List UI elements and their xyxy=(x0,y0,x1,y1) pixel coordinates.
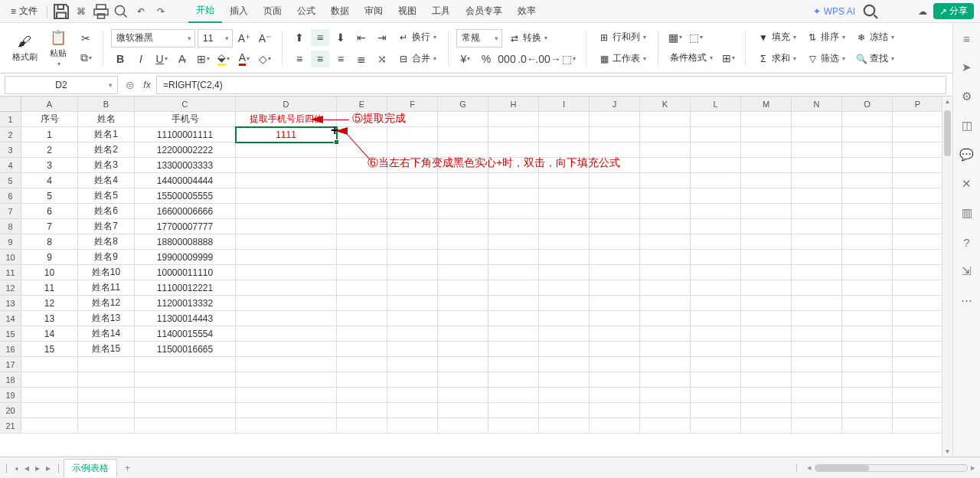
cell-A3[interactable]: 2 xyxy=(21,142,78,158)
cell-empty[interactable] xyxy=(438,342,488,357)
cell-empty[interactable] xyxy=(488,250,539,265)
cell-empty[interactable] xyxy=(438,112,488,127)
table-style-button[interactable]: ▦▾ xyxy=(666,29,684,46)
cell-empty[interactable] xyxy=(691,127,741,142)
cell-empty[interactable] xyxy=(792,403,842,418)
cell-empty[interactable] xyxy=(539,296,590,311)
cell-empty[interactable] xyxy=(590,142,640,158)
cell-B2[interactable]: 姓名1 xyxy=(78,127,135,142)
decrease-font-button[interactable]: A⁻ xyxy=(256,30,274,47)
strikethrough-button[interactable]: A̶ xyxy=(173,51,191,67)
cell-empty[interactable] xyxy=(792,280,842,296)
cell-D15[interactable] xyxy=(236,326,337,342)
select-all-corner[interactable] xyxy=(0,97,21,112)
cell-empty[interactable] xyxy=(893,311,943,326)
preview-icon[interactable] xyxy=(112,2,130,21)
cell-empty[interactable] xyxy=(590,311,640,326)
freeze-button[interactable]: ❄冻结▾ xyxy=(851,28,898,47)
row-header-4[interactable]: 4 xyxy=(0,158,21,173)
cell-empty[interactable] xyxy=(590,342,640,357)
bold-button[interactable]: B xyxy=(111,51,129,67)
col-header-N[interactable]: N xyxy=(792,97,842,112)
cell-empty[interactable] xyxy=(691,311,741,326)
cell-empty[interactable] xyxy=(741,388,792,403)
cell-empty[interactable] xyxy=(488,357,539,372)
menu-tab-5[interactable]: 审阅 xyxy=(357,0,390,23)
cell-empty[interactable] xyxy=(893,173,943,188)
add-sheet-button[interactable]: + xyxy=(120,463,135,473)
cell-empty[interactable] xyxy=(387,296,438,311)
cell-D13[interactable] xyxy=(236,296,337,311)
col-header-D[interactable]: D xyxy=(236,97,337,112)
cell-empty[interactable] xyxy=(539,219,590,234)
cell-empty[interactable] xyxy=(741,219,792,234)
cell-D4[interactable] xyxy=(236,158,337,173)
cell-empty[interactable] xyxy=(590,403,640,418)
cell-empty[interactable] xyxy=(539,342,590,357)
cell-empty[interactable] xyxy=(640,311,691,326)
font-color-button[interactable]: A▾ xyxy=(235,51,253,67)
cell-empty[interactable] xyxy=(337,403,387,418)
cell-empty[interactable] xyxy=(337,265,387,280)
cell-empty[interactable] xyxy=(792,418,842,434)
cell-empty[interactable] xyxy=(691,112,741,127)
cell-empty[interactable] xyxy=(640,188,691,204)
cell-empty[interactable] xyxy=(236,403,337,418)
cell-empty[interactable] xyxy=(842,403,893,418)
row-header-15[interactable]: 15 xyxy=(0,326,21,342)
cell-A12[interactable]: 11 xyxy=(21,280,78,296)
cell-empty[interactable] xyxy=(741,311,792,326)
cell-empty[interactable] xyxy=(741,280,792,296)
cell-empty[interactable] xyxy=(337,311,387,326)
cell-empty[interactable] xyxy=(21,403,78,418)
cell-empty[interactable] xyxy=(893,250,943,265)
cell-empty[interactable] xyxy=(640,265,691,280)
cell-empty[interactable] xyxy=(438,280,488,296)
underline-button[interactable]: U▾ xyxy=(152,51,171,67)
cell-B8[interactable]: 姓名7 xyxy=(78,219,135,234)
row-header-10[interactable]: 10 xyxy=(0,250,21,265)
vertical-scrollbar[interactable]: ▲ ▼ xyxy=(942,97,952,457)
cell-empty[interactable] xyxy=(539,250,590,265)
cell-empty[interactable] xyxy=(78,357,135,372)
cell-empty[interactable] xyxy=(488,372,539,388)
cell-empty[interactable] xyxy=(792,388,842,403)
cell-empty[interactable] xyxy=(590,234,640,250)
indent-increase-button[interactable]: ⇥ xyxy=(373,29,391,46)
menu-tab-2[interactable]: 页面 xyxy=(256,0,289,23)
cell-empty[interactable] xyxy=(438,204,488,219)
cell-empty[interactable] xyxy=(640,418,691,434)
type-convert-button[interactable]: ⬚▾ xyxy=(560,51,578,67)
help-icon[interactable]: ? xyxy=(959,234,975,250)
comma-button[interactable]: 000 xyxy=(498,51,516,67)
cell-D2-selected[interactable]: 1111 xyxy=(236,127,337,142)
cell-empty[interactable] xyxy=(488,265,539,280)
cell-empty[interactable] xyxy=(387,403,438,418)
cell-empty[interactable] xyxy=(488,204,539,219)
clear-format-button[interactable]: ◇▾ xyxy=(256,51,274,67)
cell-empty[interactable] xyxy=(691,296,741,311)
cell-empty[interactable] xyxy=(640,280,691,296)
cell-empty[interactable] xyxy=(488,142,539,158)
italic-button[interactable]: I xyxy=(132,51,150,67)
font-family-select[interactable]: 微软雅黑 xyxy=(111,29,195,47)
cell-C12[interactable]: 11100012221 xyxy=(135,280,236,296)
hscroll-thumb[interactable] xyxy=(815,465,869,471)
cell-empty[interactable] xyxy=(691,204,741,219)
cell-empty[interactable] xyxy=(21,388,78,403)
redo-icon[interactable]: ↷ xyxy=(152,2,170,21)
cell-empty[interactable] xyxy=(741,403,792,418)
cell-empty[interactable] xyxy=(539,326,590,342)
cell-empty[interactable] xyxy=(539,234,590,250)
sheet-first-icon[interactable]: ⎸◂ xyxy=(5,463,20,473)
cell-empty[interactable] xyxy=(893,158,943,173)
cell-empty[interactable] xyxy=(691,326,741,342)
cell-empty[interactable] xyxy=(792,112,842,127)
cell-empty[interactable] xyxy=(387,265,438,280)
cell-empty[interactable] xyxy=(741,372,792,388)
cell-C2[interactable]: 11100001111 xyxy=(135,127,236,142)
cell-B13[interactable]: 姓名12 xyxy=(78,296,135,311)
cell-empty[interactable] xyxy=(691,418,741,434)
cell-A8[interactable]: 7 xyxy=(21,219,78,234)
cell-empty[interactable] xyxy=(539,158,590,173)
